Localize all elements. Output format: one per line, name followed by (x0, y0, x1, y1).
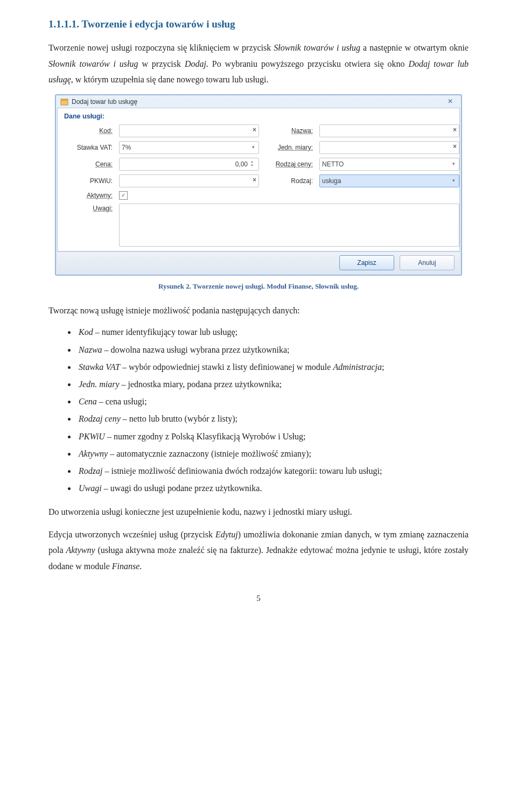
italic-term: Dodaj. (185, 59, 208, 68)
term: Jedn. miary (79, 380, 120, 389)
list-item: Cena – cena usługi; (76, 394, 469, 409)
term: Nazwa (79, 345, 102, 354)
label-aktywny: Aktywny: (64, 192, 114, 199)
nazwa-input[interactable]: × (319, 124, 459, 137)
label-pkwiu: PKWiU: (64, 177, 114, 185)
italic-term: Edytuj (215, 530, 238, 539)
label-stawka: Stawka VAT: (64, 144, 114, 151)
term: Cena (79, 397, 97, 406)
label-jedn: Jedn. miary: (264, 144, 314, 151)
italic-term: Finanse (112, 562, 140, 571)
cancel-button[interactable]: Anuluj (400, 255, 455, 270)
dialog-button-bar: Zapisz Anuluj (57, 251, 460, 274)
stawka-value: 7% (122, 144, 131, 151)
desc: – dowolna nazwa usługi wybrana przez uży… (102, 345, 290, 354)
dialog-screenshot: Dodaj towar lub usługę ✕ Dane usługi: Ko… (55, 94, 462, 276)
paragraph-intro: Tworzenie nowej usługi rozpoczyna się kl… (48, 40, 469, 88)
pkwiu-input[interactable]: × (119, 174, 259, 187)
stawka-select[interactable]: 7%▾ (119, 141, 259, 154)
chevron-down-icon[interactable]: ▾ (249, 143, 257, 151)
term: Kod (79, 327, 93, 337)
label-uwagi: Uwagi: (64, 204, 114, 212)
clear-icon[interactable]: × (453, 143, 457, 150)
figure-caption: Rysunek 2. Tworzenie nowej usługi. Moduł… (48, 282, 469, 291)
label-cena: Cena: (64, 160, 114, 168)
dialog-title: Dodaj towar lub usługę (72, 98, 443, 106)
close-icon[interactable]: ✕ (443, 98, 458, 106)
paragraph-required: Do utworzenia usługi konieczne jest uzup… (48, 504, 469, 520)
tail: ; (382, 362, 384, 372)
list-item: Aktywny – automatycznie zaznaczony (istn… (76, 446, 469, 461)
section-heading: 1.1.1.1. Tworzenie i edycja towarów i us… (48, 18, 469, 30)
clear-icon[interactable]: × (453, 126, 457, 134)
app-icon (60, 98, 68, 106)
term: PKWiU (79, 432, 105, 441)
cena-value: 0,00 (235, 160, 248, 168)
rodzaj-value: usługa (322, 177, 341, 185)
spinner-icon[interactable]: ▲▼ (250, 159, 257, 169)
label-rodzaj: Rodzaj: (264, 177, 314, 185)
desc: – uwagi do usługi podane przez użytkowni… (102, 484, 262, 493)
desc: – numer identyfikujący towar lub usługę; (93, 327, 237, 337)
italic-term: Słownik towarów i usług (48, 59, 138, 68)
desc: – wybór odpowiedniej stawki z listy defi… (120, 362, 333, 372)
uwagi-textarea[interactable] (119, 204, 459, 247)
list-intro: Tworząc nową usługę istnieje możliwość p… (48, 303, 469, 319)
save-button[interactable]: Zapisz (339, 255, 394, 270)
term: Uwagi (79, 484, 102, 493)
paragraph-edit: Edycja utworzonych wcześniej usług (przy… (48, 527, 469, 575)
list-item: Kod – numer identyfikujący towar lub usł… (76, 325, 469, 339)
aktywny-checkbox[interactable]: ✓ (119, 191, 128, 200)
chevron-down-icon[interactable]: ▾ (450, 176, 457, 185)
term: Rodzaj ceny (79, 414, 121, 423)
list-item: Rodzaj ceny – netto lub brutto (wybór z … (76, 411, 469, 426)
list-item: Stawka VAT – wybór odpowiedniej stawki z… (76, 360, 469, 374)
rodzaj-select[interactable]: usługa▾ (319, 174, 459, 187)
text: w przycisk (138, 59, 184, 68)
kod-input[interactable]: × (119, 124, 259, 137)
cena-input[interactable]: 0,00▲▼ (119, 158, 259, 171)
italic-term: Aktywny (66, 545, 95, 555)
text: Po wybraniu powyższego przycisku otwiera… (208, 59, 409, 68)
text: . (139, 562, 142, 571)
label-rodzaj-ceny: Rodzaj ceny: (264, 160, 314, 168)
dialog-title-bar: Dodaj towar lub usługę ✕ (57, 96, 460, 108)
label-kod: Kod: (64, 127, 114, 135)
section-label: Dane usługi: (64, 113, 453, 120)
tail-italic: Administracja (333, 362, 382, 372)
list-item: Nazwa – dowolna nazwa usługi wybrana prz… (76, 342, 469, 357)
list-item: Jedn. miary – jednostka miary, podana pr… (76, 377, 469, 391)
chevron-down-icon[interactable]: ▾ (450, 159, 457, 168)
list-item: Rodzaj – istnieje możliwość definiowania… (76, 464, 469, 478)
term: Aktywny (79, 449, 108, 458)
jedn-input[interactable]: × (319, 141, 459, 154)
clear-icon[interactable]: × (253, 176, 256, 184)
desc: – numer zgodny z Polską Klasyfikacją Wyr… (105, 432, 305, 441)
desc: – jednostka miary, podana przez użytkown… (120, 380, 282, 389)
svg-rect-1 (61, 99, 68, 101)
text: Edycja utworzonych wcześniej usług (przy… (48, 530, 215, 539)
term: Rodzaj (79, 466, 102, 475)
list-item: Uwagi – uwagi do usługi podane przez uży… (76, 481, 469, 495)
desc: – cena usługi; (97, 397, 147, 406)
rodzaj-ceny-select[interactable]: NETTO▾ (319, 158, 459, 171)
text: a następnie w otwartym oknie (360, 43, 469, 52)
page-number: 5 (48, 594, 469, 603)
clear-icon[interactable]: × (253, 126, 256, 134)
rodzaj-ceny-value: NETTO (322, 160, 344, 168)
term: Stawka VAT (79, 362, 120, 372)
label-nazwa: Nazwa: (264, 127, 314, 135)
desc: – automatycznie zaznaczony (istnieje moż… (108, 449, 311, 458)
text: , w którym uzupełnia się dane nowego tow… (71, 75, 269, 84)
italic-term: Słownik towarów i usług (274, 43, 360, 52)
desc: – netto lub brutto (wybór z listy); (121, 414, 237, 423)
list-item: PKWiU – numer zgodny z Polską Klasyfikac… (76, 429, 469, 444)
bullet-list: Kod – numer identyfikujący towar lub usł… (48, 325, 469, 495)
text: Tworzenie nowej usługi rozpoczyna się kl… (48, 43, 274, 52)
aktywny-cell: ✓ (119, 191, 259, 200)
desc: – istnieje możliwość definiowania dwóch … (102, 466, 382, 475)
